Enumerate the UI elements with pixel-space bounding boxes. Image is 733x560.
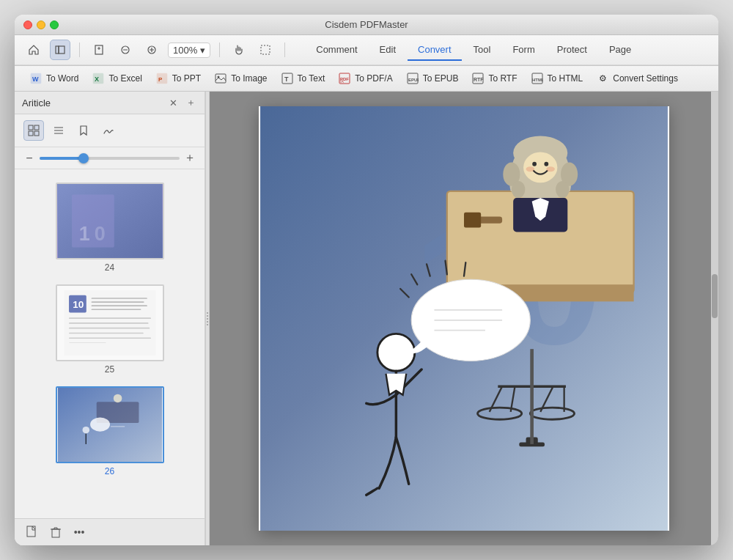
to-text-button[interactable]: T To Text [275, 69, 331, 88]
to-epub-button[interactable]: EPUB To EPUB [400, 69, 465, 88]
to-excel-icon: X [92, 72, 105, 85]
svg-rect-43 [69, 317, 151, 319]
pdf-viewer: 10 [210, 92, 718, 545]
rtf-icon-svg: RTF [472, 73, 484, 84]
svg-point-53 [82, 427, 89, 434]
to-epub-icon: EPUB [406, 72, 419, 85]
svg-rect-42 [91, 309, 141, 310]
svg-rect-45 [69, 328, 150, 329]
sidebar-tab-article: Ariticle [22, 97, 51, 108]
sidebar-bottom: ••• [15, 518, 205, 545]
thumbnail-label-24: 24 [105, 262, 114, 273]
to-ppt-button[interactable]: P To PPT [150, 69, 207, 88]
svg-text:/A: /A [340, 79, 344, 84]
thumbnail-view-button[interactable] [23, 120, 44, 141]
title-bar: Cisdem PDFMaster [15, 15, 718, 35]
drag-dot [207, 318, 208, 320]
zoom-slider-track[interactable] [40, 157, 180, 160]
svg-text:EPUB: EPUB [408, 78, 419, 82]
svg-point-55 [90, 417, 110, 431]
to-excel-label: To Excel [108, 73, 141, 84]
hand-tool-button[interactable] [229, 40, 249, 60]
marquee-select-button[interactable] [255, 40, 276, 60]
new-page-bottom-button[interactable] [23, 523, 41, 541]
close-sidebar-button[interactable]: ✕ [166, 96, 180, 109]
to-pdfa-button[interactable]: PDF /A To PDF/A [332, 69, 398, 88]
pdf-page: 10 [259, 106, 669, 531]
tab-convert[interactable]: Convert [408, 40, 462, 61]
app-window: Cisdem PDFMaster [15, 15, 718, 545]
to-pdfa-label: To PDF/A [355, 73, 392, 84]
sidebar-header: Ariticle ✕ ＋ [15, 92, 205, 114]
scrollbar-thumb[interactable] [712, 274, 718, 318]
tab-protect[interactable]: Protect [547, 40, 597, 61]
minimize-button[interactable] [37, 21, 45, 29]
thumbnail-page-26[interactable]: 26 [15, 380, 205, 482]
drag-dot [207, 315, 208, 317]
to-word-icon: W [29, 72, 43, 85]
svg-text:1: 1 [78, 223, 89, 245]
svg-rect-40 [91, 301, 144, 303]
epub-icon-svg: EPUB [407, 73, 419, 84]
to-image-button[interactable]: To Image [208, 69, 273, 88]
page-content-svg: 10 [259, 106, 669, 531]
view-mode-bar [15, 114, 205, 147]
list-view-button[interactable] [48, 120, 69, 141]
home-icon [28, 44, 40, 56]
remove-page-button[interactable] [115, 40, 136, 60]
add-sidebar-button[interactable]: ＋ [184, 96, 197, 109]
text-icon-svg: T [281, 73, 293, 84]
convert-settings-button[interactable]: ⚙ Convert Settings [590, 69, 684, 88]
separator-3 [284, 43, 285, 57]
zoom-slider-thumb[interactable] [78, 153, 89, 163]
home-button[interactable] [23, 40, 44, 60]
tab-form[interactable]: Form [502, 40, 545, 61]
maximize-button[interactable] [50, 21, 59, 29]
thumb24-svg: 1 0 [57, 184, 163, 258]
add-page-button[interactable] [141, 40, 162, 60]
main-content: Ariticle ✕ ＋ [15, 92, 718, 545]
sidebar: Ariticle ✕ ＋ [15, 92, 205, 545]
tab-comment[interactable]: Comment [306, 40, 367, 61]
separator-2 [219, 43, 220, 57]
vertical-scrollbar[interactable] [711, 92, 718, 545]
tab-edit[interactable]: Edit [369, 40, 406, 61]
sidebar-header-actions: ✕ ＋ [166, 96, 197, 109]
svg-rect-41 [91, 305, 147, 306]
zoom-control[interactable]: 100% ▾ [168, 43, 210, 58]
to-html-button[interactable]: HTML To HTML [525, 69, 589, 88]
svg-rect-77 [464, 213, 481, 228]
to-word-button[interactable]: W To Word [23, 69, 84, 88]
signature-view-button[interactable] [98, 120, 119, 141]
pdfa-icon-svg: PDF /A [339, 73, 350, 84]
svg-text:W: W [32, 75, 39, 83]
svg-point-74 [546, 166, 555, 172]
svg-text:X: X [95, 75, 99, 83]
tab-page[interactable]: Page [599, 40, 641, 61]
svg-text:RTF: RTF [474, 77, 484, 82]
thumbnail-page-25[interactable]: 10 [15, 279, 205, 380]
thumbnail-image-26 [56, 386, 164, 463]
to-rtf-icon: RTF [471, 72, 485, 85]
thumbnail-grid-icon [28, 125, 40, 136]
zoom-slider-row: − ＋ [15, 147, 205, 169]
svg-point-71 [532, 162, 537, 166]
zoom-minus-button[interactable]: − [23, 152, 35, 165]
to-rtf-button[interactable]: RTF To RTF [465, 69, 523, 88]
tab-tool[interactable]: Tool [463, 40, 501, 61]
zoom-plus-button[interactable]: ＋ [184, 150, 196, 166]
more-options-bottom-button[interactable]: ••• [70, 523, 88, 541]
thumbnail-label-25: 25 [105, 364, 114, 375]
new-page-button[interactable] [89, 40, 109, 60]
svg-point-69 [556, 181, 570, 198]
bookmark-view-button[interactable] [73, 120, 94, 141]
delete-page-bottom-button[interactable] [47, 523, 65, 541]
drag-dot [207, 321, 208, 323]
svg-text:10: 10 [73, 299, 84, 310]
image-icon-svg [215, 73, 226, 84]
to-excel-button[interactable]: X To Excel [86, 69, 147, 88]
thumbnail-page-24[interactable]: 1 0 24 [15, 177, 205, 279]
sidebar-toggle-button[interactable] [50, 40, 70, 60]
marquee-icon [259, 44, 271, 56]
close-button[interactable] [23, 21, 32, 29]
